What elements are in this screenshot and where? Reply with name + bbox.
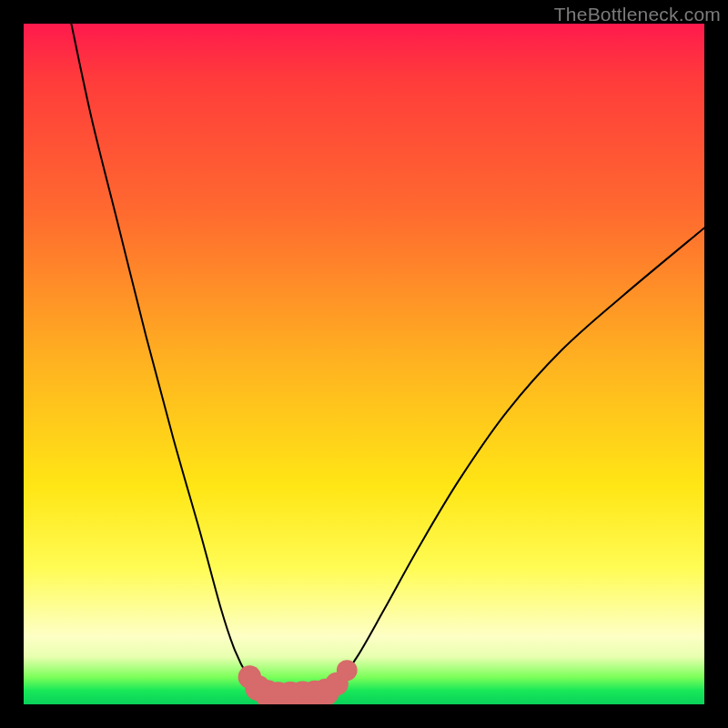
valley-markers — [238, 660, 358, 704]
watermark-text: TheBottleneck.com — [554, 4, 721, 25]
chart-frame: TheBottleneck.com — [0, 0, 728, 728]
curve-layer — [24, 24, 704, 704]
plot-area — [24, 24, 704, 704]
bottleneck-curve — [71, 24, 704, 696]
valley-marker — [337, 660, 358, 681]
